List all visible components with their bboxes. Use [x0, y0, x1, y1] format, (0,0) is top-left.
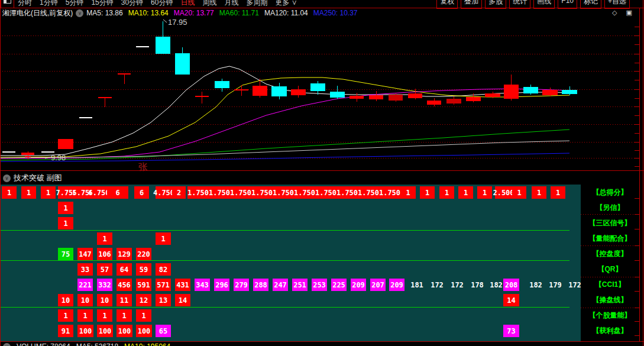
candlestick — [253, 86, 267, 96]
candlestick — [156, 37, 170, 54]
indicator-label: 【QR】 — [581, 263, 639, 276]
candlestick — [427, 101, 441, 105]
indicator-cell: 1.750 — [209, 186, 230, 199]
menu-item-period-3[interactable]: 15分钟 — [91, 0, 113, 7]
indicator-cell: 332 — [97, 279, 112, 291]
toolbar-button-1[interactable]: 叠加 — [461, 0, 482, 9]
window-layout-button[interactable] — [1, 0, 14, 8]
indicator-cell: 4.750 — [156, 186, 172, 199]
toolbar-buttons: 复权叠加多股统计画线F10标记+自选 — [433, 0, 630, 9]
indicator-cell: 10 — [58, 294, 73, 306]
indicator-cell: 1 — [420, 186, 435, 199]
candlestick — [310, 83, 325, 91]
indicator-cell: 1 — [97, 232, 112, 245]
indicator-cell: 1 — [439, 186, 454, 199]
indicator-cell: 1 — [116, 309, 132, 322]
indicator-cell: 1 — [136, 309, 151, 322]
ma-value: MA20: 13.77 — [174, 9, 214, 17]
toolbar-button-5[interactable]: F10 — [558, 0, 577, 9]
ma250-line — [0, 153, 569, 161]
indicator-cell: 2 — [172, 186, 186, 199]
menu-item-period-4[interactable]: 30分钟 — [121, 0, 143, 7]
menu-item-period-5[interactable]: 60分钟 — [151, 0, 173, 7]
toolbar-button-2[interactable]: 多股 — [485, 0, 506, 9]
indicator-cell: 225 — [331, 279, 347, 291]
indicator-cell: 172 — [429, 279, 445, 291]
menu-item-period-6[interactable]: 日线 — [180, 0, 195, 7]
indicator-cell: 1 — [156, 232, 171, 245]
app-window: 分时1分钟5分钟15分钟30分钟60分钟日线周线月线多周期更多 ∨ 复权叠加多股… — [0, 0, 644, 346]
chart-corner-icons[interactable]: ◇ ▣ — [612, 9, 636, 17]
stock-info-bar: 湘潭电化(日线,前复权) ∨ MA5: 13.86MA10: 13.64MA20… — [0, 9, 644, 17]
candlestick — [349, 96, 364, 99]
candlestick — [562, 90, 577, 94]
toolbar-button-3[interactable]: 统计 — [509, 0, 530, 9]
volume-status-bar: ∨ VOLUME: 78064MA5: 536718MA10: 195064 — [0, 342, 644, 346]
indicator-cell: 12 — [136, 294, 151, 306]
toolbar-button-0[interactable]: 复权 — [436, 0, 458, 9]
candlestick — [291, 89, 306, 95]
menu-item-period-7[interactable]: 周线 — [202, 0, 216, 7]
ma60-line — [0, 130, 569, 160]
indicator-cell: 1 — [58, 309, 73, 322]
menu-item-period-8[interactable]: 月线 — [224, 0, 238, 7]
indicator-cell: 431 — [175, 279, 190, 291]
menu-item-period-2[interactable]: 5分钟 — [66, 0, 84, 7]
indicator-cell: 221 — [77, 279, 93, 291]
indicator-cell: 59 — [136, 263, 151, 276]
indicator-cell: 296 — [214, 279, 229, 291]
low-pointer — [45, 157, 50, 159]
indicator-cell: 1.750 — [251, 186, 273, 199]
indicator-cell: 179 — [548, 279, 563, 291]
volume-text: VOLUME: 78064 — [17, 342, 70, 346]
indicator-cell: 182 — [488, 279, 504, 291]
indicator-cell: 1 — [21, 186, 36, 199]
volume-text: MA10: 195064 — [124, 342, 170, 346]
indicator-cell: 100 — [116, 325, 132, 337]
ma-value: MA120: 11.04 — [264, 9, 308, 17]
indicator-cell: 1 — [512, 186, 526, 199]
indicator-cell: 247 — [273, 279, 288, 291]
indicator-cell: 1 — [58, 217, 73, 229]
toolbar-button-6[interactable]: 标记 — [580, 0, 601, 9]
ma10-line — [0, 77, 569, 157]
indicator-cell: 14 — [175, 294, 190, 306]
indicator-cell: 251 — [292, 279, 308, 291]
subchart-title: 技术突破 副图 — [14, 173, 62, 183]
indicator-label: 【量能配合】 — [581, 232, 639, 245]
candlestick — [175, 53, 190, 75]
toolbar-button-4[interactable]: 画线 — [533, 0, 555, 9]
menu-item-period-10[interactable]: 更多 ∨ — [275, 0, 297, 7]
indicator-cell: 207 — [370, 279, 386, 291]
indicator-cell: 182 — [528, 279, 543, 291]
candlestick — [542, 90, 558, 95]
indicator-cell: 75 — [58, 248, 73, 260]
toolbar-button-7[interactable]: +自选 — [604, 0, 630, 9]
menu-item-period-9[interactable]: 多周期 — [246, 0, 267, 7]
period-menu-items: 分时1分钟5分钟15分钟30分钟60分钟日线周线月线多周期更多 ∨ — [18, 0, 305, 8]
ma-value: MA5: 13.86 — [86, 9, 122, 17]
indicator-label: 【另信】 — [581, 202, 639, 214]
chevron-down-icon[interactable]: ∨ — [3, 174, 11, 182]
indicator-cell: 456 — [116, 279, 132, 291]
indicator-cell: 1 — [58, 202, 73, 214]
indicator-cell: 1 — [97, 309, 112, 322]
indicator-cell: 129 — [116, 248, 132, 260]
indicator-cell: 33 — [77, 263, 93, 276]
chevron-down-icon[interactable]: ∨ — [3, 343, 11, 346]
indicator-cell: 100 — [97, 325, 113, 337]
indicator-cell: 1.750 — [315, 186, 336, 199]
indicator-cell: 57 — [97, 263, 112, 276]
chevron-down-icon[interactable]: ∨ — [76, 9, 83, 17]
indicator-cell: 1 — [77, 309, 93, 322]
period-menu-bar: 分时1分钟5分钟15分钟30分钟60分钟日线周线月线多周期更多 ∨ 复权叠加多股… — [0, 0, 644, 8]
menu-item-period-1[interactable]: 1分钟 — [40, 0, 58, 7]
ma-value: MA60: 11.71 — [219, 9, 259, 17]
indicator-cell: 100 — [77, 325, 93, 337]
indicator-cell: 6 — [107, 186, 128, 199]
indicator-cell: 106 — [97, 248, 112, 260]
indicator-cell: 178 — [470, 279, 485, 291]
candlestick — [408, 93, 422, 98]
ma5-line — [0, 66, 569, 156]
menu-item-period-0[interactable]: 分时 — [18, 0, 32, 7]
